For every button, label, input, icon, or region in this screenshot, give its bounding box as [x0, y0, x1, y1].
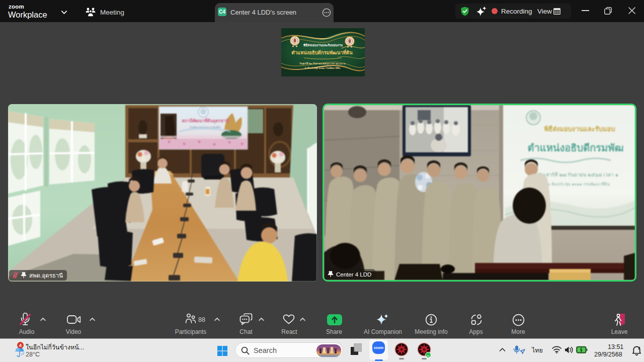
svg-text:ตำแหน่งอธิบดีกรมพัฒ: ตำแหน่งอธิบดีกรมพัฒ — [528, 142, 624, 153]
svg-text:สถานีพัฒนาที่ดินอุดรธานี: สถานีพัฒนาที่ดินอุดรธานี — [182, 117, 229, 124]
svg-text:วันศุกร์ที่ ๒๗ กันยายน ๒๕๖๘ เว: วันศุกร์ที่ ๒๗ กันยายน ๒๕๖๘ เวลา ๑๓.๓๐ น… — [299, 61, 346, 65]
svg-text:z: z — [638, 345, 640, 350]
svg-text:พิธีส่งมอบงานและรับมอบงาน: พิธีส่งมอบงานและรับมอบงาน — [303, 43, 343, 47]
svg-text:ณ ห้องประชุม ๑๓๑๑ กรมพัฒนาที่ด: ณ ห้องประชุม ๑๓๑๑ กรมพัฒนาที่ดิน — [546, 181, 610, 187]
svg-text:พิธีส่งมอบงานและรับมอบ: พิธีส่งมอบงานและรับมอบ — [544, 125, 615, 133]
svg-text:วันเสาร์ที่ ๒๗ กันยายน ๒๕๖๘ เว: วันเสาร์ที่ ๒๗ กันยายน ๒๕๖๘ เวลา ๑ — [538, 171, 618, 177]
svg-text:ณ ห้องประชุม ๑๓๑๑ กรมพัฒนาที่ด: ณ ห้องประชุม ๑๓๑๑ กรมพัฒนาที่ดิน — [305, 66, 341, 70]
svg-text:ตำแหน่งอธิบดีกรมพัฒนาที่ดิน: ตำแหน่งอธิบดีกรมพัฒนาที่ดิน — [291, 49, 353, 55]
